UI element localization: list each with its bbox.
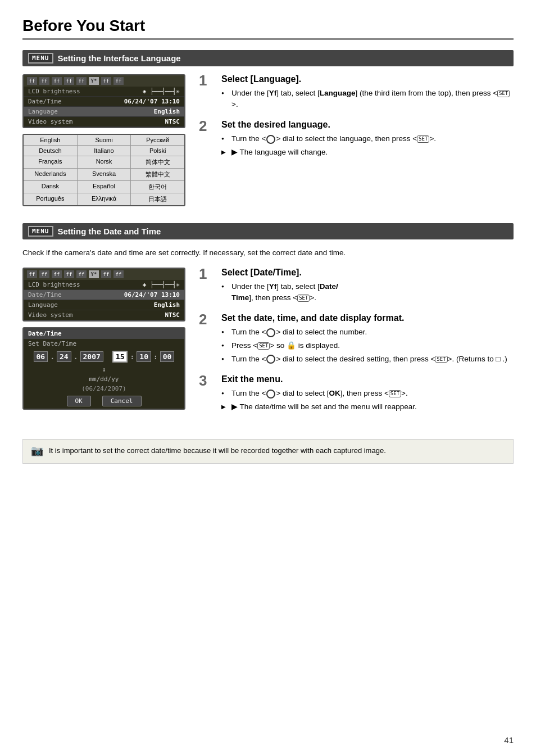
dial-icon-2 <box>266 328 275 337</box>
lcd2-row-brightness: LCD brightness ◈ ├──┤──┤✳ <box>24 280 184 290</box>
menu-badge-2: MENU <box>28 226 53 237</box>
lcd-dt-date-row: 06 . 24 . 2007 15 : 10 : 00 <box>24 348 184 365</box>
s2-step3-body: Turn the <> dial to select [OK], then pr… <box>221 388 417 412</box>
lcd-tab2-3: ff <box>52 270 62 278</box>
lang-cell-chinese-simplified: 简体中文 <box>131 156 184 168</box>
lang-cell-russian: Русский <box>131 135 184 145</box>
lcd2-row-video: Video system NTSC <box>24 310 184 320</box>
s2-step2-bullet2: Press <SET> so 🔒 is displayed. <box>221 340 507 351</box>
section1-header-label: Setting the Interface Language <box>58 53 181 63</box>
lcd-tab-6-active: Y* <box>89 77 99 85</box>
lcd-tab2-8: ff <box>113 270 124 278</box>
lang-cell-greek: Ελληνικά <box>78 193 131 205</box>
lcd-rows-2: LCD brightness ◈ ├──┤──┤✳ Date/Time 06/2… <box>24 280 184 320</box>
lcd-dt-paren: (06/24/2007) <box>24 384 184 393</box>
step1-content: Select [Language]. Under the [Yf] tab, s… <box>221 74 514 112</box>
lcd-tab-2: ff <box>39 77 49 85</box>
lcd-tab2-4: ff <box>64 270 74 278</box>
lcd-dt-buttons: OK Cancel <box>24 393 184 409</box>
s2-step1-bullet1: Under the [Yf] tab, select [Date/Time], … <box>221 281 338 303</box>
note-text: It is important to set the correct date/… <box>49 445 386 456</box>
lcd-tab-3: ff <box>52 77 62 85</box>
step2-content: Set the desired language. Turn the <> di… <box>221 120 436 160</box>
s2-step2-body: Turn the <> dial to select the number. P… <box>221 327 507 364</box>
section2-description: Check if the camera's date and time are … <box>22 247 514 259</box>
lcd-dt-title: Date/Time <box>24 328 184 339</box>
section2-content: ff ff ff ff ff Y* ff ff LCD brightness ◈… <box>22 268 514 422</box>
lang-cell-nederlands: Nederlands <box>24 169 77 180</box>
lang-cell-portugues: Português <box>24 193 77 205</box>
section2-right: 1 Select [Date/Time]. Under the [Yf] tab… <box>199 268 514 422</box>
step1-title: Select [Language]. <box>221 74 514 84</box>
lcd-tab2-1: ff <box>27 270 37 278</box>
lang-cell-polski: Polski <box>131 146 184 156</box>
lcd-dt-format: mm/dd/yy <box>24 374 184 384</box>
lang-grid: English Suomi Русский Deutsch Italiano P… <box>22 134 185 206</box>
lcd-dt-day: 24 <box>57 351 71 362</box>
section1-right: 1 Select [Language]. Under the [Yf] tab,… <box>199 74 514 206</box>
note-icon: 📷 <box>31 445 43 458</box>
s2-step2-content: Set the date, time, and date display for… <box>221 313 507 366</box>
lcd-dt-cursor: ↕ <box>24 365 184 374</box>
section2-step3: 3 Exit the menu. Turn the <> dial to sel… <box>199 374 514 414</box>
s2-step2-bullet3: Turn the <> dial to select the desired s… <box>221 354 507 365</box>
section2-left: ff ff ff ff ff Y* ff ff LCD brightness ◈… <box>22 268 185 422</box>
lcd-menu-screen-2: ff ff ff ff ff Y* ff ff LCD brightness ◈… <box>22 268 185 322</box>
lcd-dt-hour: 15 <box>112 351 128 363</box>
lang-cell-japanese: 日本語 <box>131 193 184 205</box>
lcd-tab2-6-active: Y* <box>89 270 99 278</box>
lcd-dt-year: 2007 <box>80 351 103 362</box>
lcd-row-video: Video system NTSC <box>24 117 184 127</box>
lcd-dt-minute: 10 <box>137 351 151 362</box>
lang-cell-italiano: Italiano <box>78 146 131 156</box>
lcd-tab2-5: ff <box>76 270 87 278</box>
lcd-rows-1: LCD brightness ◈ ├──┤──┤✳ Date/Time 06/2… <box>24 87 184 127</box>
step2-body: Turn the <> dial to select the language,… <box>221 133 436 157</box>
page-title-text: Before You Start <box>22 17 145 35</box>
lang-cell-dansk: Dansk <box>24 181 77 193</box>
dial-icon-1 <box>266 135 275 144</box>
lcd2-row-datetime-selected: Date/Time 06/24/'07 13:10 <box>24 290 184 300</box>
lang-cell-chinese-traditional: 繁體中文 <box>131 169 184 180</box>
lang-cell-korean: 한국어 <box>131 181 184 193</box>
lcd-menu-screen-1: ff ff ff ff ff Y* ff ff LCD brightness ◈… <box>22 74 185 128</box>
lcd-tab-4: ff <box>64 77 74 85</box>
step2-number: 2 <box>199 119 217 133</box>
section2-header-label: Setting the Date and Time <box>58 227 161 236</box>
s2-step3-arrow1: ▶ The date/time will be set and the menu… <box>221 401 417 413</box>
lcd-cancel-button[interactable]: Cancel <box>102 396 142 406</box>
lcd-top-bar-2: ff ff ff ff ff Y* ff ff <box>24 269 184 280</box>
lcd-dt-subtitle: Set Date/Time <box>24 339 184 348</box>
s2-step3-bullet1: Turn the <> dial to select [OK], then pr… <box>221 388 417 399</box>
section1-header: MENU Setting the Interface Language <box>22 50 514 66</box>
menu-badge-1: MENU <box>28 53 53 64</box>
lcd-tab-5: ff <box>76 77 87 85</box>
lcd-top-bar-1: ff ff ff ff ff Y* ff ff <box>24 75 184 87</box>
section2-step1: 1 Select [Date/Time]. Under the [Yf] tab… <box>199 268 514 305</box>
lang-cell-norsk: Norsk <box>78 156 131 168</box>
lcd-ok-button[interactable]: OK <box>67 396 91 406</box>
lcd-dt-month: 06 <box>34 351 48 362</box>
lcd2-row-language: Language English <box>24 300 184 310</box>
s2-step1-number: 1 <box>199 266 217 281</box>
s2-step2-bullet1: Turn the <> dial to select the number. <box>221 327 507 338</box>
lcd-row-datetime: Date/Time 06/24/'07 13:10 <box>24 97 184 107</box>
s2-step1-title: Select [Date/Time]. <box>221 268 338 278</box>
s2-step1-content: Select [Date/Time]. Under the [Yf] tab, … <box>221 268 338 305</box>
step1-body: Under the [Yf] tab, select [Language] (t… <box>221 88 514 110</box>
lcd-tab2-2: ff <box>39 270 49 278</box>
page-title: Before You Start <box>22 17 514 40</box>
lang-cell-suomi: Suomi <box>78 135 131 145</box>
lcd-row-brightness: LCD brightness ◈ ├──┤──┤✳ <box>24 87 184 97</box>
lcd-tab-8: ff <box>113 77 124 85</box>
dial-icon-3 <box>266 355 275 364</box>
section1-content: ff ff ff ff ff Y* ff ff LCD brightness ◈… <box>22 74 514 206</box>
lang-cell-espanol: Español <box>78 181 131 193</box>
lcd-row-language-selected: Language English <box>24 107 184 117</box>
section2-step2: 2 Set the date, time, and date display f… <box>199 313 514 366</box>
lang-cell-francais: Français <box>24 156 77 168</box>
lang-cell-svenska: Svenska <box>78 169 131 180</box>
step2-arrow1: ▶ The language will change. <box>221 147 436 158</box>
lcd-tab-7: ff <box>101 77 111 85</box>
step2-title: Set the desired language. <box>221 120 436 130</box>
